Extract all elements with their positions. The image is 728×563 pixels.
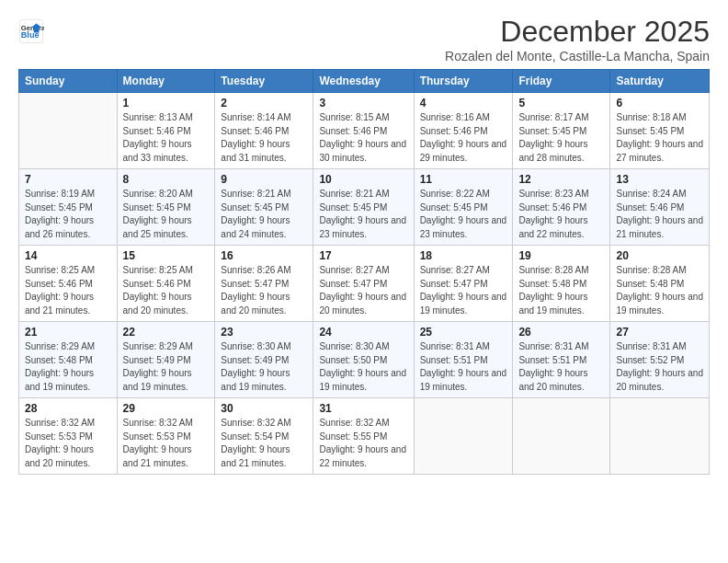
day-cell: 25Sunrise: 8:31 AMSunset: 5:51 PMDayligh… — [414, 322, 513, 398]
day-number: 16 — [221, 249, 307, 262]
day-number: 17 — [319, 249, 407, 262]
weekday-header-friday: Friday — [513, 70, 610, 93]
day-info: Sunrise: 8:29 AMSunset: 5:49 PMDaylight:… — [123, 340, 210, 394]
day-info: Sunrise: 8:26 AMSunset: 5:47 PMDaylight:… — [221, 264, 307, 317]
day-number: 1 — [123, 97, 210, 109]
day-cell: 26Sunrise: 8:31 AMSunset: 5:51 PMDayligh… — [513, 322, 610, 398]
day-cell: 24Sunrise: 8:30 AMSunset: 5:50 PMDayligh… — [313, 322, 414, 398]
day-number: 7 — [25, 173, 111, 186]
day-info: Sunrise: 8:27 AMSunset: 5:47 PMDaylight:… — [420, 264, 507, 317]
day-number: 20 — [616, 249, 703, 262]
day-number: 11 — [420, 173, 507, 186]
day-number: 10 — [319, 173, 407, 186]
day-number: 15 — [123, 249, 210, 262]
day-cell: 29Sunrise: 8:32 AMSunset: 5:53 PMDayligh… — [117, 398, 215, 475]
calendar-table: SundayMondayTuesdayWednesdayThursdayFrid… — [18, 69, 710, 475]
day-cell: 17Sunrise: 8:27 AMSunset: 5:47 PMDayligh… — [313, 246, 414, 322]
logo: General Blue — [18, 18, 46, 44]
day-number: 9 — [221, 173, 307, 186]
day-info: Sunrise: 8:25 AMSunset: 5:46 PMDaylight:… — [25, 264, 111, 317]
day-number: 12 — [518, 173, 604, 186]
week-row-1: 1Sunrise: 8:13 AMSunset: 5:46 PMDaylight… — [19, 93, 710, 169]
day-cell: 21Sunrise: 8:29 AMSunset: 5:48 PMDayligh… — [19, 322, 118, 398]
day-info: Sunrise: 8:31 AMSunset: 5:51 PMDaylight:… — [518, 340, 604, 394]
day-cell: 15Sunrise: 8:25 AMSunset: 5:46 PMDayligh… — [117, 246, 215, 322]
weekday-header-wednesday: Wednesday — [313, 70, 414, 93]
day-info: Sunrise: 8:32 AMSunset: 5:55 PMDaylight:… — [319, 417, 407, 470]
day-number: 6 — [616, 97, 703, 109]
day-info: Sunrise: 8:24 AMSunset: 5:46 PMDaylight:… — [616, 188, 703, 241]
day-info: Sunrise: 8:14 AMSunset: 5:46 PMDaylight:… — [221, 111, 307, 165]
day-info: Sunrise: 8:23 AMSunset: 5:46 PMDaylight:… — [518, 188, 604, 241]
day-number: 23 — [221, 326, 307, 339]
weekday-header-tuesday: Tuesday — [215, 70, 313, 93]
day-number: 5 — [518, 97, 604, 109]
day-info: Sunrise: 8:31 AMSunset: 5:52 PMDaylight:… — [616, 340, 703, 394]
week-row-3: 14Sunrise: 8:25 AMSunset: 5:46 PMDayligh… — [19, 246, 710, 322]
day-number: 25 — [420, 326, 507, 339]
day-info: Sunrise: 8:21 AMSunset: 5:45 PMDaylight:… — [319, 188, 407, 241]
day-info: Sunrise: 8:20 AMSunset: 5:45 PMDaylight:… — [123, 188, 210, 241]
weekday-header-sunday: Sunday — [19, 70, 118, 93]
weekday-header-saturday: Saturday — [610, 70, 710, 93]
day-cell: 18Sunrise: 8:27 AMSunset: 5:47 PMDayligh… — [414, 246, 513, 322]
day-cell: 7Sunrise: 8:19 AMSunset: 5:45 PMDaylight… — [19, 169, 118, 246]
week-row-2: 7Sunrise: 8:19 AMSunset: 5:45 PMDaylight… — [19, 169, 710, 246]
day-number: 3 — [319, 97, 407, 109]
day-info: Sunrise: 8:32 AMSunset: 5:53 PMDaylight:… — [123, 417, 210, 470]
day-cell: 9Sunrise: 8:21 AMSunset: 5:45 PMDaylight… — [215, 169, 313, 246]
day-info: Sunrise: 8:32 AMSunset: 5:53 PMDaylight:… — [25, 417, 111, 470]
day-number: 29 — [123, 402, 210, 415]
day-cell: 10Sunrise: 8:21 AMSunset: 5:45 PMDayligh… — [313, 169, 414, 246]
day-cell: 20Sunrise: 8:28 AMSunset: 5:48 PMDayligh… — [610, 246, 710, 322]
day-cell: 13Sunrise: 8:24 AMSunset: 5:46 PMDayligh… — [610, 169, 710, 246]
day-number: 18 — [420, 249, 507, 262]
header: General Blue December 2025 Rozalen del M… — [18, 15, 710, 63]
day-info: Sunrise: 8:25 AMSunset: 5:46 PMDaylight:… — [123, 264, 210, 317]
day-number: 30 — [221, 402, 307, 415]
day-info: Sunrise: 8:19 AMSunset: 5:45 PMDaylight:… — [25, 188, 111, 241]
day-cell: 28Sunrise: 8:32 AMSunset: 5:53 PMDayligh… — [19, 398, 118, 475]
day-cell — [513, 398, 610, 475]
title-block: December 2025 Rozalen del Monte, Castill… — [445, 15, 710, 63]
day-cell — [19, 93, 118, 169]
day-cell: 27Sunrise: 8:31 AMSunset: 5:52 PMDayligh… — [610, 322, 710, 398]
day-info: Sunrise: 8:22 AMSunset: 5:45 PMDaylight:… — [420, 188, 507, 241]
weekday-header-row: SundayMondayTuesdayWednesdayThursdayFrid… — [19, 70, 710, 93]
day-info: Sunrise: 8:28 AMSunset: 5:48 PMDaylight:… — [616, 264, 703, 317]
day-cell: 4Sunrise: 8:16 AMSunset: 5:46 PMDaylight… — [414, 93, 513, 169]
page-container: General Blue December 2025 Rozalen del M… — [0, 0, 728, 484]
day-cell: 11Sunrise: 8:22 AMSunset: 5:45 PMDayligh… — [414, 169, 513, 246]
weekday-header-monday: Monday — [117, 70, 215, 93]
day-cell: 14Sunrise: 8:25 AMSunset: 5:46 PMDayligh… — [19, 246, 118, 322]
day-cell: 6Sunrise: 8:18 AMSunset: 5:45 PMDaylight… — [610, 93, 710, 169]
day-number: 21 — [25, 326, 111, 339]
day-cell: 12Sunrise: 8:23 AMSunset: 5:46 PMDayligh… — [513, 169, 610, 246]
day-cell: 19Sunrise: 8:28 AMSunset: 5:48 PMDayligh… — [513, 246, 610, 322]
day-cell: 22Sunrise: 8:29 AMSunset: 5:49 PMDayligh… — [117, 322, 215, 398]
day-number: 27 — [616, 326, 703, 339]
week-row-4: 21Sunrise: 8:29 AMSunset: 5:48 PMDayligh… — [19, 322, 710, 398]
location-subtitle: Rozalen del Monte, Castille-La Mancha, S… — [445, 49, 710, 63]
day-number: 14 — [25, 249, 111, 262]
weekday-header-thursday: Thursday — [414, 70, 513, 93]
day-cell: 5Sunrise: 8:17 AMSunset: 5:45 PMDaylight… — [513, 93, 610, 169]
week-row-5: 28Sunrise: 8:32 AMSunset: 5:53 PMDayligh… — [19, 398, 710, 475]
day-cell: 8Sunrise: 8:20 AMSunset: 5:45 PMDaylight… — [117, 169, 215, 246]
day-info: Sunrise: 8:31 AMSunset: 5:51 PMDaylight:… — [420, 340, 507, 394]
day-info: Sunrise: 8:28 AMSunset: 5:48 PMDaylight:… — [518, 264, 604, 317]
day-number: 2 — [221, 97, 307, 109]
day-cell — [610, 398, 710, 475]
day-info: Sunrise: 8:21 AMSunset: 5:45 PMDaylight:… — [221, 188, 307, 241]
day-info: Sunrise: 8:27 AMSunset: 5:47 PMDaylight:… — [319, 264, 407, 317]
day-info: Sunrise: 8:13 AMSunset: 5:46 PMDaylight:… — [123, 111, 210, 165]
day-cell: 16Sunrise: 8:26 AMSunset: 5:47 PMDayligh… — [215, 246, 313, 322]
day-number: 4 — [420, 97, 507, 109]
day-cell: 31Sunrise: 8:32 AMSunset: 5:55 PMDayligh… — [313, 398, 414, 475]
day-number: 19 — [518, 249, 604, 262]
day-info: Sunrise: 8:16 AMSunset: 5:46 PMDaylight:… — [420, 111, 507, 165]
day-info: Sunrise: 8:18 AMSunset: 5:45 PMDaylight:… — [616, 111, 703, 165]
day-number: 13 — [616, 173, 703, 186]
day-cell — [414, 398, 513, 475]
day-info: Sunrise: 8:29 AMSunset: 5:48 PMDaylight:… — [25, 340, 111, 394]
